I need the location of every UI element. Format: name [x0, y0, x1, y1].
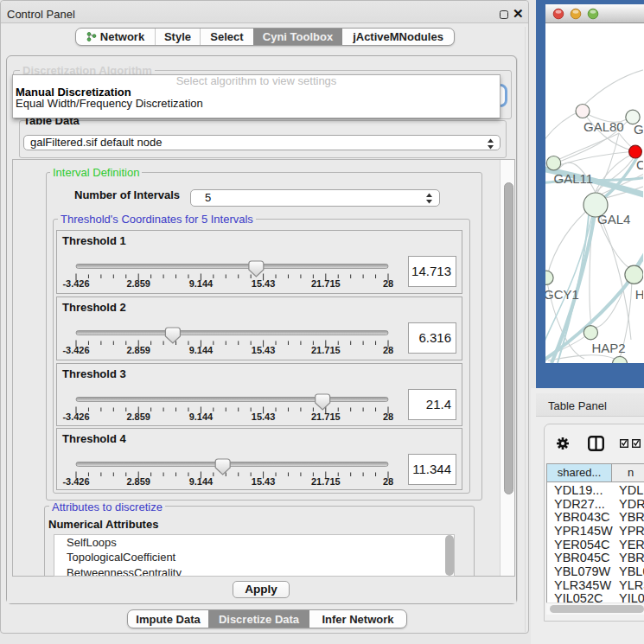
svg-text:15.43: 15.43 — [252, 278, 276, 289]
svg-text:GAL80: GAL80 — [583, 119, 624, 134]
svg-text:2.859: 2.859 — [126, 411, 150, 422]
svg-text:9.144: 9.144 — [189, 476, 214, 487]
svg-text:-3.426: -3.426 — [62, 278, 89, 289]
svg-text:9.144: 9.144 — [189, 345, 214, 355]
svg-text:G.: G. — [634, 122, 643, 137]
svg-text:21.715: 21.715 — [311, 278, 341, 289]
svg-text:GAL11: GAL11 — [554, 171, 594, 186]
svg-text:2.859: 2.859 — [126, 476, 150, 487]
svg-text:28: 28 — [383, 411, 393, 422]
svg-text:-3.426: -3.426 — [62, 411, 89, 422]
svg-text:Threshold 3: Threshold 3 — [62, 367, 126, 380]
svg-text:2.859: 2.859 — [126, 345, 150, 355]
svg-text:28: 28 — [383, 278, 393, 289]
svg-text:21.715: 21.715 — [311, 411, 341, 422]
svg-text:21.715: 21.715 — [311, 345, 341, 355]
svg-text:28: 28 — [383, 345, 393, 355]
svg-text:Threshold 1: Threshold 1 — [62, 234, 126, 247]
svg-text:28: 28 — [383, 476, 393, 487]
svg-text:2.859: 2.859 — [126, 278, 150, 289]
svg-text:Threshold 2: Threshold 2 — [62, 301, 126, 314]
svg-text:-3.426: -3.426 — [62, 476, 89, 487]
svg-text:15.43: 15.43 — [252, 345, 276, 355]
svg-text:9.144: 9.144 — [189, 411, 214, 422]
svg-text:15.43: 15.43 — [252, 411, 276, 422]
svg-text:Threshold 4: Threshold 4 — [62, 432, 126, 445]
svg-text:C: C — [636, 157, 643, 172]
svg-text:15.43: 15.43 — [252, 476, 276, 487]
svg-text:GAL4: GAL4 — [597, 212, 630, 226]
svg-text:GCY1: GCY1 — [545, 287, 579, 302]
svg-text:HAP2: HAP2 — [591, 341, 625, 355]
svg-text:21.715: 21.715 — [311, 476, 341, 487]
svg-text:9.144: 9.144 — [189, 278, 214, 289]
svg-text:H: H — [635, 287, 643, 302]
svg-text:-3.426: -3.426 — [62, 345, 89, 355]
